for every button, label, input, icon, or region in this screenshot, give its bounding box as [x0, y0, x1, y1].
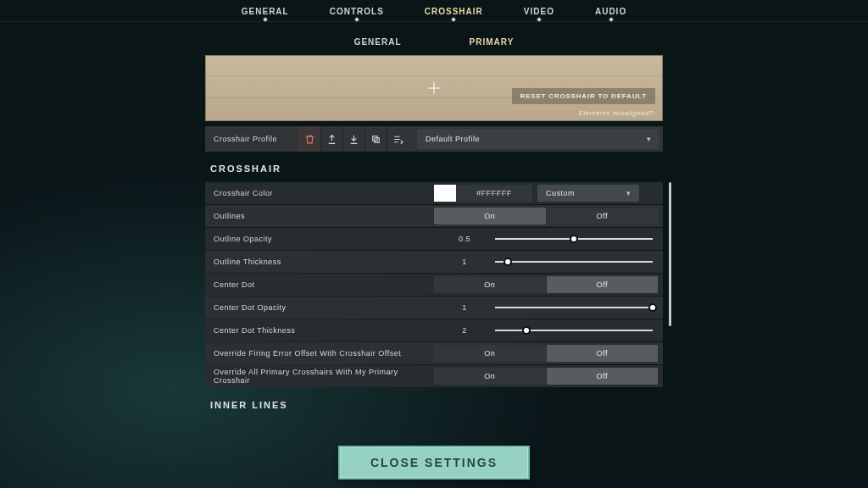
slider-value[interactable]: 0.5 — [434, 235, 495, 243]
crosshair-profile-row: Crosshair Profile Default Profile ▾ — [205, 126, 663, 152]
elements-misaligned-link[interactable]: Elements misaligned? — [579, 109, 654, 117]
subnav-item-primary[interactable]: PRIMARY — [470, 37, 515, 47]
topnav-item-video[interactable]: VIDEO — [524, 7, 554, 16]
download-icon[interactable] — [342, 126, 364, 152]
profile-icon-group — [298, 126, 409, 152]
topnav-item-audio[interactable]: AUDIO — [595, 7, 626, 16]
row-crosshair-color: Crosshair Color #FFFFFF Custom ▾ — [205, 182, 663, 204]
toggle-off[interactable]: Off — [547, 345, 659, 362]
toggle-off[interactable]: Off — [547, 368, 659, 385]
row-outline-thickness: Outline Thickness 1 — [205, 251, 663, 273]
row-label: Outline Opacity — [214, 235, 434, 243]
row-override-firing: Override Firing Error Offset With Crossh… — [205, 342, 663, 364]
row-label: Outline Thickness — [214, 258, 434, 266]
section-header-crosshair: CROSSHAIR — [205, 152, 663, 182]
outline-opacity-slider[interactable] — [495, 230, 653, 247]
outlines-toggle: On Off — [434, 208, 658, 225]
subnav-item-general[interactable]: GENERAL — [354, 37, 402, 47]
row-outline-opacity: Outline Opacity 0.5 — [205, 228, 663, 250]
settings-panel: RESET CROSSHAIR TO DEFAULT Elements misa… — [205, 55, 663, 419]
row-center-dot: Center Dot On Off — [205, 274, 663, 296]
topnav-item-controls[interactable]: CONTROLS — [330, 7, 384, 16]
section-header-inner-lines: INNER LINES — [205, 388, 663, 419]
color-preset-value: Custom — [546, 189, 575, 197]
settings-top-nav: GENERALCONTROLSCROSSHAIRVIDEOAUDIO — [0, 0, 868, 22]
crosshair-icon — [428, 82, 440, 94]
close-settings-button[interactable]: CLOSE SETTINGS — [338, 446, 530, 480]
profile-label: Crosshair Profile — [205, 135, 298, 143]
toggle-on[interactable]: On — [434, 345, 546, 362]
profile-select[interactable]: Default Profile ▾ — [417, 129, 659, 149]
center-dot-thickness-slider[interactable] — [495, 322, 653, 339]
upload-icon[interactable] — [320, 126, 342, 152]
profile-selected-value: Default Profile — [426, 135, 480, 143]
crosshair-preview: RESET CROSSHAIR TO DEFAULT Elements misa… — [205, 55, 663, 121]
row-outlines: Outlines On Off — [205, 205, 663, 227]
copy-icon[interactable] — [364, 126, 387, 152]
row-center-dot-thickness: Center Dot Thickness 2 — [205, 319, 663, 341]
close-wrap: CLOSE SETTINGS — [0, 446, 868, 480]
row-label: Outlines — [214, 212, 434, 220]
row-label: Center Dot Thickness — [214, 326, 434, 335]
chevron-down-icon: ▾ — [647, 135, 652, 143]
color-swatch[interactable] — [434, 185, 456, 202]
row-label: Override Firing Error Offset With Crossh… — [214, 349, 434, 358]
slider-value[interactable]: 1 — [434, 258, 495, 266]
row-center-dot-opacity: Center Dot Opacity 1 — [205, 297, 663, 319]
topnav-item-general[interactable]: GENERAL — [242, 7, 289, 16]
color-hex-input[interactable]: #FFFFFF — [456, 185, 532, 202]
toggle-on[interactable]: On — [434, 276, 546, 293]
row-label: Center Dot — [214, 280, 434, 289]
chevron-down-icon: ▾ — [626, 189, 632, 197]
override-firing-toggle: On Off — [434, 345, 658, 362]
row-label: Crosshair Color — [214, 189, 434, 197]
override-all-toggle: On Off — [434, 368, 658, 385]
topnav-item-crosshair[interactable]: CROSSHAIR — [425, 7, 483, 16]
toggle-on[interactable]: On — [434, 208, 546, 225]
center-dot-opacity-slider[interactable] — [495, 299, 653, 316]
toggle-off[interactable]: Off — [547, 276, 659, 293]
settings-sub-nav: GENERALPRIMARY — [0, 22, 868, 55]
color-preset-select[interactable]: Custom ▾ — [537, 185, 639, 202]
toggle-on[interactable]: On — [434, 368, 546, 385]
center-dot-toggle: On Off — [434, 276, 658, 293]
reset-crosshair-button[interactable]: RESET CROSSHAIR TO DEFAULT — [512, 88, 655, 104]
trash-icon[interactable] — [298, 126, 320, 152]
scrollbar[interactable] — [669, 182, 671, 326]
row-label: Center Dot Opacity — [214, 303, 434, 312]
row-override-all: Override All Primary Crosshairs With My … — [205, 365, 663, 387]
settings-rows: Crosshair Color #FFFFFF Custom ▾ Outline… — [205, 182, 663, 387]
edit-list-icon[interactable] — [387, 126, 409, 152]
row-label: Override All Primary Crosshairs With My … — [214, 368, 434, 385]
toggle-off[interactable]: Off — [547, 208, 659, 225]
slider-value[interactable]: 1 — [434, 303, 495, 312]
outline-thickness-slider[interactable] — [495, 253, 653, 270]
slider-value[interactable]: 2 — [434, 326, 495, 335]
